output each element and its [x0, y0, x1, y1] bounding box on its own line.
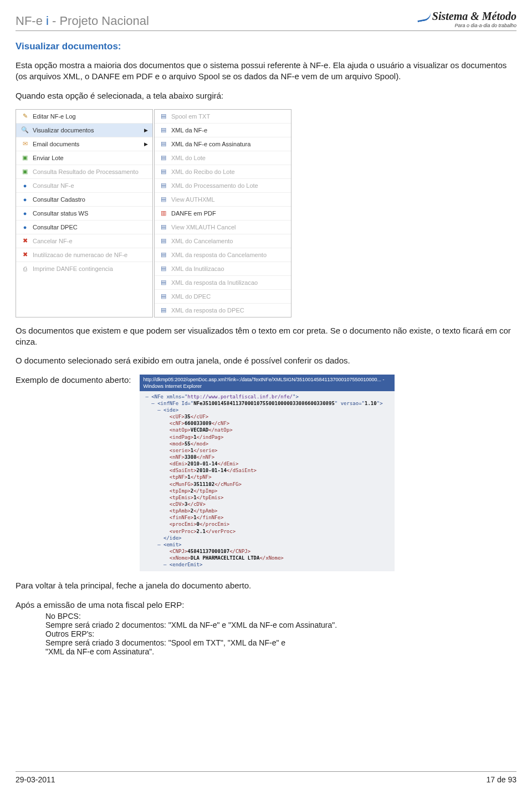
- xml-nnf: 3308: [185, 454, 197, 460]
- mail-icon: ✉: [21, 140, 29, 148]
- xml-mod: 55: [185, 441, 191, 447]
- paragraph-close: Para voltar à tela principal, feche a ja…: [16, 580, 516, 591]
- menu-item-label: XML da Inutilizacao: [171, 265, 224, 272]
- menu-left-item[interactable]: ▣Enviar Lote: [16, 151, 152, 165]
- doc-icon: ▤: [159, 278, 168, 287]
- menu-left-item[interactable]: ✖Cancelar NF-e: [16, 234, 152, 248]
- paragraph-window: O documento selecionado será exibido em …: [16, 355, 516, 366]
- menu-item-label: XML da resposta da Inutilizacao: [171, 279, 258, 286]
- header-prefix: NF-e: [16, 14, 46, 28]
- xml-ns: http://www.portalfiscal.inf.br/nfe/: [187, 394, 293, 399]
- menu-right-item[interactable]: ▤Spool em TXT: [155, 110, 291, 124]
- menu-right-item[interactable]: ▤XML do Processamento do Lote: [155, 179, 291, 193]
- menu-screenshot: ✎Editar NF-e Log🔍Visualizar documentos▶✉…: [16, 109, 516, 317]
- xml-window-title: http://dkmp05:2002/openDoc.asp.xml?link=…: [140, 375, 395, 391]
- example-label: Exemplo de documento aberto:: [16, 375, 131, 572]
- menu-item-label: Consultar status WS: [33, 210, 88, 217]
- xml-dsaient: 2010-01-14: [197, 468, 227, 473]
- menu-right-item[interactable]: ▤XML do Lote: [155, 151, 291, 165]
- menu-right-item[interactable]: ▤XML da resposta da Inutilizacao: [155, 276, 291, 290]
- menu-item-label: XML do Cancelamento: [171, 238, 233, 244]
- menu-item-label: XML do Processamento do Lote: [171, 182, 258, 189]
- xml-cnf: 660033089: [185, 421, 212, 426]
- line-bpcs-docs: Sempre será criado 2 documentos: "XML da…: [45, 621, 516, 629]
- doc-icon: ▤: [159, 140, 168, 148]
- brand-tagline: Para o dia-a-dia do trabalho: [417, 23, 516, 28]
- footer-page: 17 de 93: [487, 775, 517, 784]
- blue-icon: ●: [21, 181, 29, 190]
- menu-item-label: View XMLAUTH Cancel: [171, 224, 236, 230]
- menu-left-item[interactable]: ●Consultar status WS: [16, 207, 152, 221]
- blue-icon: ●: [21, 223, 29, 232]
- doc-icon: ▤: [159, 112, 168, 121]
- menu-right-item[interactable]: ▥DANFE em PDF: [155, 207, 291, 221]
- submenu-arrow-icon: ▶: [144, 127, 148, 133]
- menu-right-item[interactable]: ▤XML do Recibo do Lote: [155, 165, 291, 179]
- mag-icon: 🔍: [21, 126, 29, 135]
- doc-icon: ▤: [159, 250, 168, 259]
- menu-item-label: XML do Lote: [171, 155, 206, 161]
- xml-natop: VECDAD: [191, 427, 209, 433]
- menu-right-item[interactable]: ▤XML da NF-e: [155, 124, 291, 137]
- menu-right-item[interactable]: ▤View XMLAUTH Cancel: [155, 221, 291, 234]
- submenu-arrow-icon: ▶: [144, 141, 148, 147]
- menu-item-label: Imprime DANFE contingencia: [33, 265, 113, 272]
- menu-left-col: ✎Editar NF-e Log🔍Visualizar documentos▶✉…: [16, 109, 153, 317]
- brand-logo: Sistema & Método: [417, 10, 516, 23]
- menu-item-label: Visualizar documentos: [33, 127, 94, 134]
- menu-right-col: ▤Spool em TXT▤XML da NF-e▤XML da NF-e co…: [154, 109, 291, 317]
- menu-item-label: Editar NF-e Log: [33, 113, 76, 120]
- green-icon: ▣: [21, 167, 29, 176]
- footer-date: 29-03-2011: [16, 775, 55, 784]
- red-icon: ✖: [21, 237, 29, 245]
- menu-left-item[interactable]: ✎Editar NF-e Log: [16, 110, 152, 124]
- menu-left-item[interactable]: ⎙Imprime DANFE contingencia: [16, 262, 152, 275]
- menu-left-item[interactable]: ✖Inutilizacao de numeracao de NF-e: [16, 248, 152, 262]
- menu-right-item[interactable]: ▤XML da Inutilizacao: [155, 262, 291, 276]
- menu-item-label: Enviar Lote: [33, 155, 64, 161]
- red-icon: ✖: [21, 250, 29, 259]
- menu-item-label: View AUTHXML: [171, 196, 215, 203]
- menu-right-item[interactable]: ▤XML do Cancelamento: [155, 234, 291, 248]
- menu-item-label: XML do DPEC: [171, 293, 211, 300]
- menu-item-label: Spool em TXT: [171, 113, 210, 120]
- xml-cmunfg: 3511102: [193, 481, 214, 487]
- menu-item-label: XML da resposta do Cancelamento: [171, 252, 267, 258]
- menu-item-label: Consultar DPEC: [33, 224, 78, 230]
- blue-icon: ●: [21, 209, 29, 218]
- paragraph-intro: Esta opção mostra a maioria dos document…: [16, 60, 516, 83]
- menu-right-item[interactable]: ▤XML do DPEC: [155, 290, 291, 304]
- doc-icon: ▤: [159, 153, 168, 162]
- brand-name: Sistema & Método: [432, 10, 516, 22]
- menu-right-item[interactable]: ▤XML da resposta do Cancelamento: [155, 248, 291, 262]
- menu-left-item[interactable]: ▣Consulta Resultado de Processamento: [16, 165, 152, 179]
- menu-right-item[interactable]: ▤View AUTHXML: [155, 193, 291, 207]
- header-title: NF-e i - Projeto Nacional: [16, 14, 149, 28]
- menu-item-label: XML da resposta do DPEC: [171, 307, 244, 314]
- menu-right-item[interactable]: ▤XML da NF-e com Assinatura: [155, 137, 291, 151]
- section-heading: Visualizar documentos:: [16, 41, 516, 52]
- menu-left-item[interactable]: ✉Email documents▶: [16, 137, 152, 151]
- doc-icon: ▤: [159, 167, 168, 176]
- page-footer: 29-03-2011 17 de 93: [16, 771, 516, 784]
- xml-demi: 2010-01-14: [187, 461, 217, 467]
- menu-left-item[interactable]: ●Consultar Cadastro: [16, 193, 152, 207]
- brand-block: Sistema & Método Para o dia-a-dia do tra…: [417, 10, 516, 28]
- paragraph-when-selected: Quando esta opção é selecionada, a tela …: [16, 90, 516, 101]
- swoosh-icon: [416, 11, 432, 22]
- doc-icon: ▤: [159, 195, 168, 204]
- menu-left-item[interactable]: ●Consultar DPEC: [16, 221, 152, 234]
- blue-icon: ●: [21, 195, 29, 204]
- doc-icon: ▤: [159, 223, 168, 232]
- doc-icon: ▤: [159, 292, 168, 301]
- menu-left-item[interactable]: ●Consultar NF-e: [16, 179, 152, 193]
- header-suffix: - Projeto Nacional: [49, 14, 149, 28]
- xml-cuf: 35: [185, 414, 191, 419]
- menu-right-item[interactable]: ▤XML da resposta do DPEC: [155, 304, 291, 317]
- green-icon: ▣: [21, 153, 29, 162]
- menu-left-item[interactable]: 🔍Visualizar documentos▶: [16, 124, 152, 137]
- doc-icon: ▤: [159, 181, 168, 190]
- page-header: NF-e i - Projeto Nacional Sistema & Méto…: [16, 10, 516, 31]
- xml-versao: 1.10: [365, 401, 377, 406]
- pdf-icon: ▥: [159, 209, 168, 218]
